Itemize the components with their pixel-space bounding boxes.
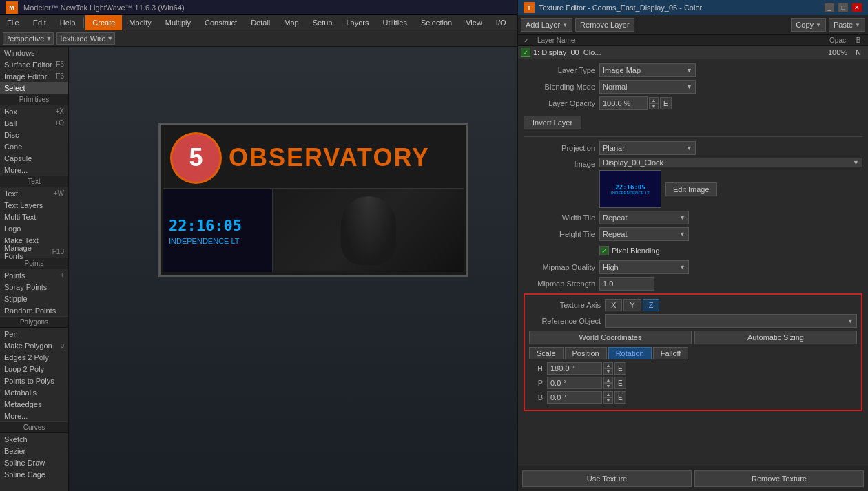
remove-texture-btn[interactable]: Remove Texture <box>694 470 864 487</box>
p-up-arrow[interactable]: ▲ <box>603 377 613 383</box>
blending-mode-dropdown[interactable]: Normal ▼ <box>599 80 696 94</box>
sidebar-item-surface-editor[interactable]: Surface Editor F5 <box>0 59 68 70</box>
tex-close-btn[interactable]: ✕ <box>851 3 862 12</box>
copy-btn[interactable]: Copy ▼ <box>791 18 826 32</box>
mipmap-strength-input[interactable]: 1.0 <box>599 277 654 291</box>
sidebar-item-more2[interactable]: More... <box>0 410 68 421</box>
automatic-sizing-btn[interactable]: Automatic Sizing <box>694 331 857 344</box>
opacity-e-btn[interactable]: E <box>660 97 672 109</box>
menu-file[interactable]: File <box>0 15 26 30</box>
add-layer-btn[interactable]: Add Layer ▼ <box>521 18 572 32</box>
sidebar-item-metaballs[interactable]: Metaballs <box>0 386 68 398</box>
sidebar-item-windows[interactable]: Windows <box>0 47 68 59</box>
menu-detail[interactable]: Detail <box>244 15 277 30</box>
menu-edit[interactable]: Edit <box>26 15 53 30</box>
remove-layer-btn[interactable]: Remove Layer <box>575 18 634 32</box>
menu-selection[interactable]: Selection <box>414 15 459 30</box>
sidebar-item-points-to-polys[interactable]: Points to Polys <box>0 375 68 386</box>
edit-image-btn[interactable]: Edit Image <box>665 182 717 196</box>
p-down-arrow[interactable]: ▼ <box>603 383 613 389</box>
height-tile-row: Height Tile Repeat ▼ <box>524 227 862 241</box>
sidebar-item-disc[interactable]: Disc <box>0 129 68 140</box>
use-texture-btn[interactable]: Use Texture <box>522 470 692 487</box>
opacity-up-arrow[interactable]: ▲ <box>649 97 659 103</box>
sidebar-item-pen[interactable]: Pen <box>0 328 68 339</box>
p-e-btn[interactable]: E <box>614 377 626 389</box>
sidebar-item-multi-text[interactable]: Multi Text <box>0 211 68 222</box>
rotation-tab[interactable]: Rotation <box>608 347 652 359</box>
width-tile-dropdown[interactable]: Repeat ▼ <box>599 211 689 224</box>
sidebar-item-logo[interactable]: Logo <box>0 222 68 234</box>
sidebar-item-capsule[interactable]: Capsule <box>0 152 68 164</box>
section-text: Text <box>0 176 68 187</box>
world-coordinates-btn[interactable]: World Coordinates <box>529 331 692 344</box>
sidebar-item-box[interactable]: Box +X <box>0 105 68 117</box>
sidebar-item-text-layers[interactable]: Text Layers <box>0 199 68 211</box>
b-down-arrow[interactable]: ▼ <box>603 397 613 404</box>
p-input[interactable]: 0.0 ° <box>547 377 602 389</box>
axis-z-btn[interactable]: Z <box>643 299 660 311</box>
menu-utilities[interactable]: Utilities <box>375 15 413 30</box>
b-e-btn[interactable]: E <box>614 391 626 404</box>
menu-map[interactable]: Map <box>277 15 305 30</box>
sidebar-item-make-polygon[interactable]: Make Polygon p <box>0 339 68 351</box>
menu-view[interactable]: View <box>459 15 489 30</box>
sidebar-item-image-editor[interactable]: Image Editor F6 <box>0 70 68 82</box>
image-dropdown[interactable]: Display_00_Clock ▼ <box>599 158 862 167</box>
pixel-blending-checkbox[interactable]: ✓ <box>599 246 609 255</box>
h-e-btn[interactable]: E <box>614 362 626 375</box>
falloff-tab[interactable]: Falloff <box>653 347 689 359</box>
h-up-arrow[interactable]: ▲ <box>603 362 613 368</box>
invert-layer-btn[interactable]: Invert Layer <box>524 116 581 129</box>
sidebar-item-spray-points[interactable]: Spray Points <box>0 281 68 293</box>
sidebar-item-edges-2-poly[interactable]: Edges 2 Poly <box>0 351 68 363</box>
sidebar-item-more1[interactable]: More... <box>0 164 68 176</box>
layer-row[interactable]: ✓ 1: Display_00_Clo... 100% N <box>518 46 868 59</box>
perspective-select[interactable]: Perspective ▼ <box>3 32 54 45</box>
sidebar-item-ball[interactable]: Ball +O <box>0 117 68 129</box>
projection-dropdown[interactable]: Planar ▼ <box>599 141 696 155</box>
b-up-arrow[interactable]: ▲ <box>603 391 613 397</box>
tex-toolbar: Add Layer ▼ Remove Layer Copy ▼ Paste ▼ <box>518 15 868 35</box>
sidebar-item-cone[interactable]: Cone <box>0 140 68 152</box>
b-input[interactable]: 0.0 ° <box>547 391 602 404</box>
sidebar-item-bezier[interactable]: Bezier <box>0 445 68 457</box>
sidebar-item-points[interactable]: Points + <box>0 269 68 281</box>
sidebar-item-stipple[interactable]: Stipple <box>0 293 68 304</box>
height-tile-dropdown[interactable]: Repeat ▼ <box>599 227 689 241</box>
tex-minimize-btn[interactable]: _ <box>824 3 835 12</box>
reference-object-dropdown[interactable]: ▼ <box>605 314 857 328</box>
sidebar-item-text[interactable]: Text +W <box>0 187 68 199</box>
layer-checkbox[interactable]: ✓ <box>521 48 530 57</box>
scale-tab[interactable]: Scale <box>529 347 564 359</box>
mipmap-quality-dropdown[interactable]: High ▼ <box>599 260 689 274</box>
menu-io[interactable]: I/O <box>489 15 513 30</box>
menu-layers[interactable]: Layers <box>339 15 375 30</box>
menu-create[interactable]: Create <box>85 15 122 30</box>
sidebar-item-metaedges[interactable]: Metaedges <box>0 398 68 410</box>
axis-y-btn[interactable]: Y <box>623 299 641 311</box>
tex-maximize-btn[interactable]: □ <box>838 3 849 12</box>
opacity-down-arrow[interactable]: ▼ <box>649 103 659 109</box>
sidebar-item-select[interactable]: Select <box>0 82 68 94</box>
billboard-time: 22:16:05 <box>169 217 267 234</box>
menu-construct[interactable]: Construct <box>198 15 244 30</box>
sidebar-item-spline-draw[interactable]: Spline Draw <box>0 457 68 468</box>
sidebar-item-sketch[interactable]: Sketch <box>0 433 68 445</box>
sidebar-item-spline-cage[interactable]: Spline Cage <box>0 468 68 480</box>
sidebar-item-random-points[interactable]: Random Points <box>0 304 68 316</box>
position-tab[interactable]: Position <box>565 347 607 359</box>
axis-x-btn[interactable]: X <box>605 299 622 311</box>
layer-type-dropdown[interactable]: Image Map ▼ <box>599 63 696 77</box>
h-down-arrow[interactable]: ▼ <box>603 368 613 375</box>
paste-btn[interactable]: Paste ▼ <box>829 18 865 32</box>
menu-help[interactable]: Help <box>53 15 83 30</box>
menu-modify[interactable]: Modify <box>122 15 158 30</box>
menu-multiply[interactable]: Multiply <box>158 15 198 30</box>
sidebar-item-manage-fonts[interactable]: Manage Fonts F10 <box>0 246 68 258</box>
textured-wire-select[interactable]: Textured Wire ▼ <box>56 32 115 45</box>
layer-opacity-input[interactable]: 100.0 % <box>599 96 648 110</box>
h-input[interactable]: 180.0 ° <box>547 362 602 375</box>
sidebar-item-loop-2-poly[interactable]: Loop 2 Poly <box>0 363 68 375</box>
menu-setup[interactable]: Setup <box>306 15 340 30</box>
